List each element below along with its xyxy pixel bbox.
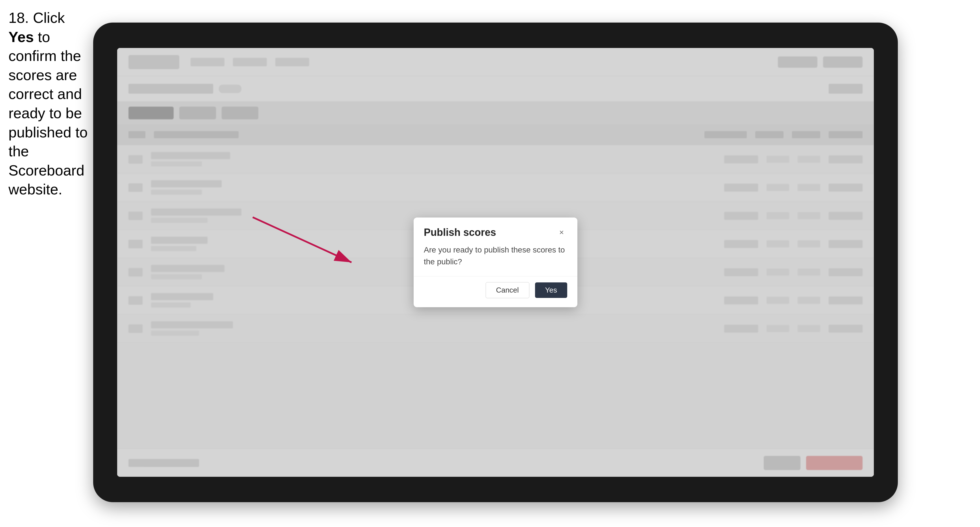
instruction-block: 18. Click Yes to confirm the scores are … bbox=[8, 8, 90, 199]
yes-button[interactable]: Yes bbox=[535, 283, 567, 298]
dialog-header: Publish scores × bbox=[414, 217, 578, 244]
modal-overlay: Publish scores × Are you ready to publis… bbox=[117, 48, 874, 477]
dialog-message: Are you ready to publish these scores to… bbox=[424, 244, 567, 268]
dialog-title: Publish scores bbox=[424, 227, 496, 238]
dialog-body: Are you ready to publish these scores to… bbox=[414, 244, 578, 276]
dialog-footer: Cancel Yes bbox=[414, 276, 578, 307]
instruction-step: 18. bbox=[8, 10, 29, 26]
publish-scores-dialog: Publish scores × Are you ready to publis… bbox=[414, 217, 578, 307]
instruction-bold: Yes bbox=[8, 29, 34, 45]
instruction-text-part1: Click bbox=[29, 10, 65, 26]
close-icon: × bbox=[559, 228, 564, 237]
dialog-close-button[interactable]: × bbox=[556, 227, 567, 238]
cancel-button[interactable]: Cancel bbox=[485, 282, 530, 298]
instruction-text-part2: to confirm the scores are correct and re… bbox=[8, 29, 88, 198]
tablet-screen: Publish scores × Are you ready to publis… bbox=[117, 48, 874, 477]
tablet-device: Publish scores × Are you ready to publis… bbox=[93, 22, 898, 502]
